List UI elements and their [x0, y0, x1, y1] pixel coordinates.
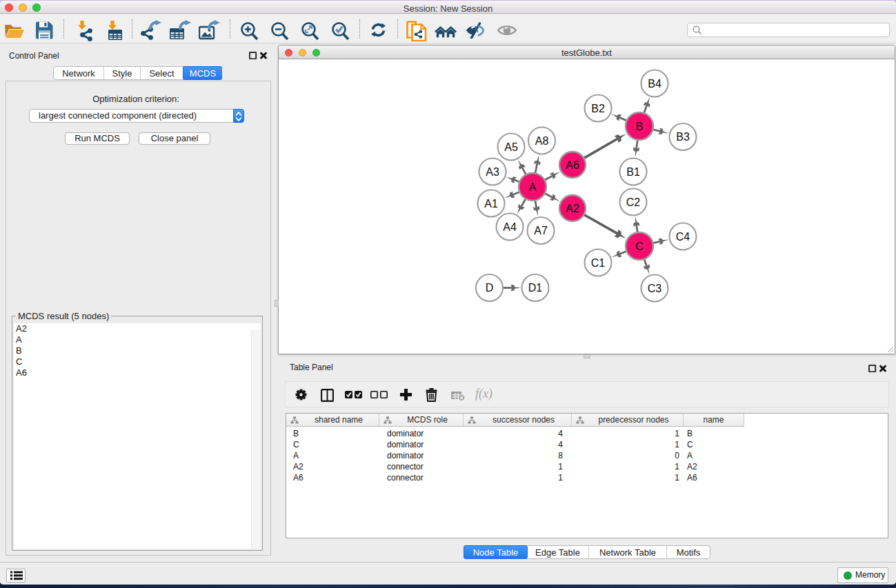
svg-text:C1: C1: [591, 257, 606, 269]
svg-text:C2: C2: [626, 196, 641, 208]
svg-text:A7: A7: [534, 225, 548, 236]
svg-text:B3: B3: [676, 131, 690, 143]
svg-text:C4: C4: [676, 231, 690, 243]
svg-text:C: C: [635, 241, 644, 252]
svg-text:D1: D1: [528, 282, 543, 294]
svg-text:B1: B1: [626, 166, 640, 178]
svg-text:A1: A1: [484, 198, 498, 210]
svg-text:B4: B4: [648, 78, 661, 90]
svg-text:A3: A3: [486, 166, 499, 178]
svg-text:A6: A6: [566, 159, 579, 171]
svg-text:A8: A8: [535, 135, 549, 147]
svg-text:A4: A4: [503, 221, 517, 233]
svg-text:B: B: [636, 121, 644, 132]
svg-text:A: A: [529, 181, 537, 193]
svg-text:D: D: [486, 282, 494, 294]
svg-text:C3: C3: [648, 283, 662, 294]
svg-text:B2: B2: [591, 103, 605, 114]
svg-text:A5: A5: [504, 141, 518, 153]
svg-text:A2: A2: [566, 203, 579, 214]
